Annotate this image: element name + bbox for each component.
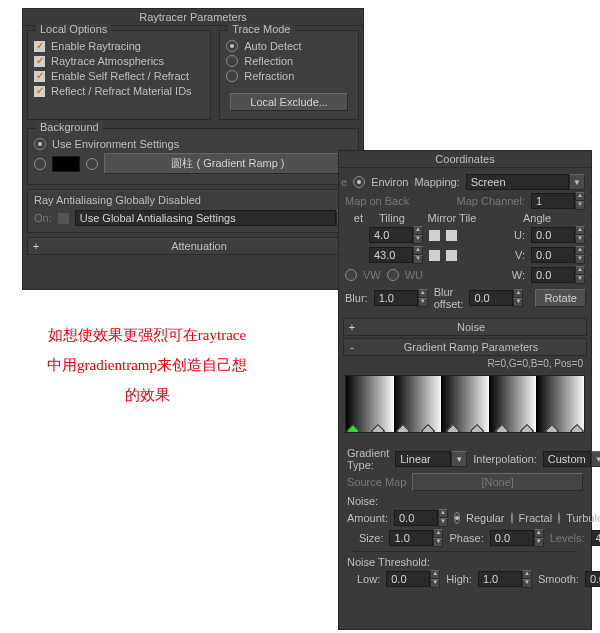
mapping-val: Screen [466,174,569,190]
cb-reflect-ids[interactable] [34,86,45,97]
grad-marker-1[interactable] [371,424,385,433]
grad-marker-0[interactable] [346,424,360,433]
lbl-tiling: Tiling [369,212,415,224]
lbl-size: Size: [359,532,383,544]
lbl-levels: Levels: [550,532,585,544]
radio-refraction[interactable] [226,70,238,82]
lbl-blur-off: Blur offset: [434,286,464,310]
antialias-on-lbl: On: [34,212,52,224]
attenuation-label: Attenuation [42,240,356,252]
blur-spinner[interactable]: 1.0▲▼ [374,289,428,307]
lbl-offset: et [345,212,363,224]
interp-dropdown[interactable]: Custom▼ [543,451,600,467]
angle-w-spinner[interactable]: 0.0▲▼ [531,266,585,284]
smooth-spinner[interactable]: 0.0▲▼ [585,570,600,588]
local-exclude-button[interactable]: Local Exclude... [230,93,348,111]
lbl-enable-self: Enable Self Reflect / Refract [51,70,189,82]
high-spinner[interactable]: 1.0▲▼ [478,570,532,588]
lbl-blur: Blur: [345,292,368,304]
radio-bg-map[interactable] [86,158,98,170]
grad-type-dropdown[interactable]: Linear▼ [395,451,467,467]
blur-off-val: 0.0 [469,290,513,306]
radio-regular[interactable] [454,512,460,524]
mapping-dropdown[interactable]: Screen ▼ [466,174,585,190]
cb-raytrace-atmos[interactable] [34,56,45,67]
lbl-smooth: Smooth: [538,573,579,585]
cb-mirror-v[interactable] [429,250,440,261]
grad-bar[interactable]: - Gradient Ramp Parameters [343,338,587,356]
lbl-turb: Turbulence [566,512,600,524]
grad-marker-4[interactable] [445,424,459,433]
angle-u-spinner[interactable]: 0.0▲▼ [531,226,585,244]
cb-tile-u[interactable] [446,230,457,241]
map-channel-spinner[interactable]: 1▲▼ [531,192,585,210]
radio-environ[interactable] [353,176,365,188]
chevron-down-icon[interactable]: ▼ [569,174,585,190]
grad-marker-9[interactable] [570,424,584,433]
annotation-l2: 中用gradientramp来创造自己想 [22,350,272,380]
cb-tile-v[interactable] [446,250,457,261]
cb-mirror-u[interactable] [429,230,440,241]
lbl-use-env: Use Environment Settings [52,138,179,150]
tiling-u-spinner[interactable]: 4.0▲▼ [369,226,423,244]
size-spinner[interactable]: 1.0▲▼ [389,529,443,547]
lbl-low: Low: [357,573,380,585]
annotation-l3: 的效果 [22,380,272,410]
noise-bar[interactable]: + Noise [343,318,587,336]
lbl-v: V: [515,249,525,261]
phase-val: 0.0 [490,530,534,546]
antialias-label: Ray Antialiasing Globally Disabled [34,194,352,206]
lbl-grad-type: Gradient Type: [347,447,389,471]
bg-map-button[interactable]: 圆柱 ( Gradient Ramp ) [104,153,352,174]
angle-u: 0.0 [531,227,575,243]
grad-title: Gradient Ramp Parameters [358,341,584,353]
grad-marker-7[interactable] [520,424,534,433]
radio-vw[interactable] [345,269,357,281]
source-map-button[interactable]: [None] [412,473,583,491]
lbl-reflect-ids: Reflect / Refract Material IDs [51,85,192,97]
lbl-phase: Phase: [449,532,483,544]
amount-spinner[interactable]: 0.0▲▼ [394,509,448,527]
attenuation-bar[interactable]: + Attenuation [27,237,359,255]
chevron-down-icon[interactable]: ▼ [591,451,600,467]
grad-marker-8[interactable] [545,424,559,433]
grad-marker-6[interactable] [495,424,509,433]
levels-val: 4.0 [591,530,600,546]
angle-v: 0.0 [531,247,575,263]
gradient-preview[interactable] [345,375,585,433]
bg-color-swatch[interactable] [52,156,80,172]
trace-mode-group: Trace Mode Auto Detect Reflection Refrac… [219,30,359,120]
radio-fractal[interactable] [511,512,513,524]
antialias-value: Use Global Antialiasing Settings [75,210,336,226]
phase-spinner[interactable]: 0.0▲▼ [490,529,544,547]
cb-antialias-on [58,213,69,224]
high-val: 1.0 [478,571,522,587]
cb-enable-self[interactable] [34,71,45,82]
radio-use-env[interactable] [34,138,46,150]
radio-turb[interactable] [558,512,560,524]
angle-w: 0.0 [531,267,575,283]
radio-reflection[interactable] [226,55,238,67]
chevron-down-icon[interactable]: ▼ [451,451,467,467]
radio-wu[interactable] [387,269,399,281]
grad-marker-3[interactable] [421,424,435,433]
radio-auto-detect[interactable] [226,40,238,52]
annotation-text: 如想使效果更强烈可在raytrace 中用gradientramp来创造自己想 … [22,320,272,410]
coords-body: e Environ Mapping: Screen ▼ Map on Back … [339,168,591,316]
cb-enable-raytracing[interactable] [34,41,45,52]
grad-body: Gradient Type: Linear▼ Interpolation: Cu… [339,439,591,596]
lbl-refraction: Refraction [244,70,294,82]
grad-marker-2[interactable] [396,424,410,433]
rotate-button[interactable]: Rotate [535,289,585,307]
grad-marker-5[interactable] [470,424,484,433]
tiling-v-spinner[interactable]: 43.0▲▼ [369,246,423,264]
lbl-mapping: Mapping: [414,176,459,188]
lbl-interp: Interpolation: [473,453,537,465]
blur-off-spinner[interactable]: 0.0▲▼ [469,289,523,307]
radio-bg-color[interactable] [34,158,46,170]
noise-section-lbl: Noise: [347,495,583,507]
lbl-fractal: Fractal [519,512,553,524]
low-spinner[interactable]: 0.0▲▼ [386,570,440,588]
angle-v-spinner[interactable]: 0.0▲▼ [531,246,585,264]
lbl-vw: VW [363,269,381,281]
